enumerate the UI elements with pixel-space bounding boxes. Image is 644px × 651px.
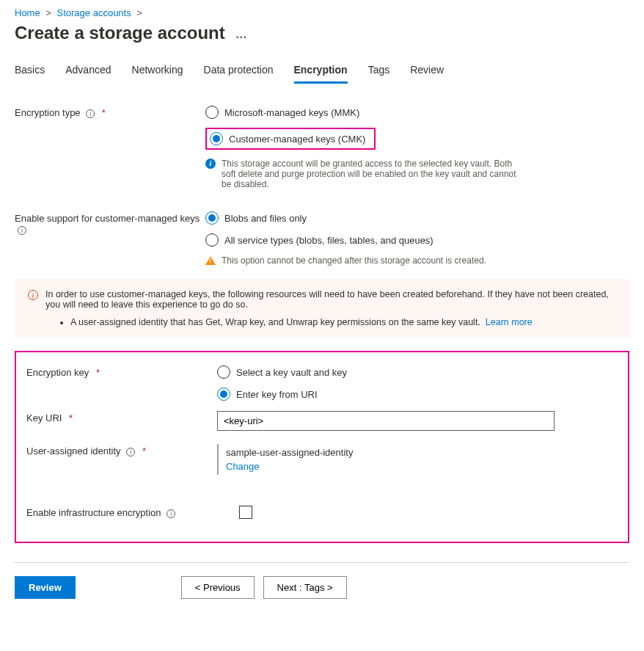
learn-more-link[interactable]: Learn more [486,317,533,327]
required-indicator: * [142,445,146,457]
previous-button[interactable]: < Previous [181,576,255,599]
footer-buttons: Review < Previous Next : Tags > [15,576,629,599]
tab-encryption[interactable]: Encryption [294,64,348,84]
tab-data-protection[interactable]: Data protection [204,64,274,84]
user-identity-label: User-assigned identity [26,445,121,457]
chevron-right-icon: > [45,7,51,18]
review-button[interactable]: Review [15,576,76,599]
prereq-callout: i In order to use customer-managed keys,… [15,279,629,338]
required-indicator: * [102,107,106,118]
infra-enc-checkbox[interactable] [239,506,252,519]
more-actions-button[interactable]: … [235,28,248,41]
chevron-right-icon: > [136,7,142,18]
key-uri-label: Key URI [26,412,62,423]
tab-advanced[interactable]: Advanced [65,64,111,84]
radio-cmk-label[interactable]: Customer-managed keys (CMK) [229,134,365,145]
key-section-highlight: Encryption key * Select a key vault and … [15,351,629,543]
enable-support-label: Enable support for customer-managed keys [15,213,200,224]
tab-bar: Basics Advanced Networking Data protecti… [15,64,629,84]
info-icon: i [28,290,38,300]
info-icon[interactable]: i [18,226,26,235]
warning-icon [205,256,216,265]
cmk-highlight: Customer-managed keys (CMK) [205,128,376,150]
change-identity-link[interactable]: Change [226,461,260,472]
required-indicator: * [96,367,100,378]
radio-all-services-label[interactable]: All service types (blobs, files, tables,… [224,235,433,246]
info-icon[interactable]: i [167,509,175,518]
page-title-row: Create a storage account … [15,23,629,43]
next-button[interactable]: Next : Tags > [263,576,347,599]
radio-cmk[interactable] [210,132,223,145]
breadcrumb-home[interactable]: Home [15,7,40,18]
cmk-info-block: i This storage account will be granted a… [205,159,528,189]
key-uri-input[interactable] [217,411,555,431]
radio-select-vault-label[interactable]: Select a key vault and key [236,367,347,378]
radio-all-services[interactable] [205,233,219,247]
identity-block: sample-user-assigned-identity Change [217,444,618,475]
breadcrumb: Home > Storage accounts > [15,7,629,18]
page-title: Create a storage account [15,23,225,43]
radio-blobs-files-label[interactable]: Blobs and files only [224,213,307,224]
callout-text: In order to use customer-managed keys, t… [45,289,616,310]
radio-enter-uri-label[interactable]: Enter key from URI [236,389,318,400]
radio-mmk-label[interactable]: Microsoft-managed keys (MMK) [224,107,359,118]
support-warn-text: This option cannot be changed after this… [222,255,486,266]
tab-tags[interactable]: Tags [368,64,390,84]
tab-basics[interactable]: Basics [15,64,45,84]
encryption-key-label: Encryption key [26,367,89,378]
tab-networking[interactable]: Networking [132,64,183,84]
breadcrumb-storage-accounts[interactable]: Storage accounts [57,7,131,18]
callout-bullet: A user-assigned identity that has Get, W… [70,317,480,327]
encryption-type-label: Encryption type [15,107,81,118]
tab-review[interactable]: Review [410,64,444,84]
radio-blobs-files[interactable] [205,211,219,225]
footer-separator [15,562,629,563]
info-icon: i [205,159,216,169]
radio-mmk[interactable] [205,106,219,119]
radio-enter-uri[interactable] [217,388,230,401]
support-warn-block: This option cannot be changed after this… [205,255,528,266]
info-icon[interactable]: i [86,109,95,118]
required-indicator: * [69,412,73,423]
cmk-info-text: This storage account will be granted acc… [222,159,528,189]
infra-enc-label: Enable infrastructure encryption [26,507,161,518]
radio-select-vault[interactable] [217,365,230,379]
info-icon[interactable]: i [126,448,135,457]
identity-name: sample-user-assigned-identity [226,447,618,458]
